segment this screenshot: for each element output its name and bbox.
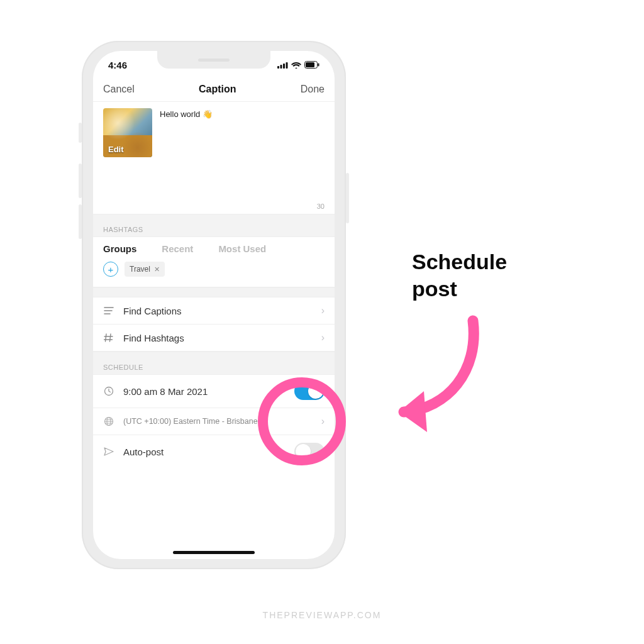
hashtag-chips-row: + Travel ✕ (93, 260, 335, 287)
annotation-arrow (360, 302, 498, 440)
volume-up (79, 164, 82, 198)
svg-line-11 (110, 334, 111, 341)
done-button[interactable]: Done (301, 84, 325, 95)
svg-rect-5 (306, 62, 314, 67)
page-title: Caption (199, 84, 236, 95)
list-icon (103, 307, 114, 314)
navbar: Cancel Caption Done (93, 79, 335, 102)
schedule-toggle[interactable] (294, 382, 325, 400)
svg-rect-1 (280, 65, 282, 69)
tab-most-used[interactable]: Most Used (218, 243, 266, 254)
find-captions-row[interactable]: Find Captions › (93, 297, 335, 325)
tab-groups[interactable]: Groups (103, 243, 136, 254)
caption-text-input[interactable]: Hello world 👋 (160, 108, 213, 196)
tab-recent[interactable]: Recent (162, 243, 193, 254)
phone-speaker (198, 58, 230, 62)
battery-icon (304, 60, 319, 70)
find-hashtags-row[interactable]: Find Hashtags › (93, 325, 335, 352)
phone-notch (157, 51, 270, 69)
hashtag-chip-label: Travel (130, 265, 150, 274)
add-hashtag-button[interactable]: + (103, 262, 118, 277)
phone-screen: 4:46 Cancel Caption Done Edit (93, 51, 335, 559)
svg-rect-3 (286, 62, 288, 69)
chevron-right-icon: › (321, 332, 325, 343)
autopost-row[interactable]: Auto-post (93, 435, 335, 468)
timezone-row[interactable]: (UTC +10:00) Eastern Time - Brisbane › (93, 408, 335, 435)
volume-down (79, 204, 82, 239)
autopost-toggle[interactable] (294, 443, 325, 460)
svg-rect-6 (318, 63, 319, 66)
status-time: 4:46 (108, 60, 127, 70)
hashtag-tabs: Groups Recent Most Used (93, 237, 335, 260)
signal-icon (277, 60, 288, 70)
cancel-button[interactable]: Cancel (103, 84, 135, 95)
remove-hashtag-icon[interactable]: ✕ (154, 265, 160, 274)
svg-line-10 (106, 334, 107, 341)
wifi-icon (291, 60, 301, 70)
hashtag-icon (103, 333, 114, 343)
hashtag-count: 30 (93, 203, 335, 214)
section-gap (93, 287, 335, 297)
hashtags-section-label: HASHTAGS (93, 214, 335, 237)
phone-frame: 4:46 Cancel Caption Done Edit (82, 41, 346, 569)
chevron-right-icon: › (321, 305, 325, 316)
clock-icon (103, 386, 114, 396)
schedule-time-label: 9:00 am 8 Mar 2021 (123, 386, 208, 397)
chevron-right-icon: › (321, 416, 325, 427)
autopost-label: Auto-post (123, 447, 164, 457)
post-thumbnail[interactable]: Edit (103, 108, 152, 157)
svg-rect-2 (283, 64, 285, 69)
globe-icon (103, 416, 114, 426)
timezone-label: (UTC +10:00) Eastern Time - Brisbane (123, 417, 258, 426)
mute-switch (79, 123, 82, 143)
home-indicator (173, 551, 255, 554)
watermark: THEPREVIEWAPP.COM (263, 610, 382, 620)
schedule-section-label: SCHEDULE (93, 352, 335, 375)
power-button (346, 173, 349, 223)
annotation-label: Schedule post (412, 248, 507, 302)
caption-editor: Edit Hello world 👋 (93, 102, 335, 203)
svg-rect-0 (277, 66, 279, 69)
schedule-time-row[interactable]: 9:00 am 8 Mar 2021 (93, 375, 335, 408)
send-icon (103, 447, 114, 456)
find-hashtags-label: Find Hashtags (123, 333, 184, 343)
edit-thumbnail-label[interactable]: Edit (108, 145, 124, 154)
hashtag-chip[interactable]: Travel ✕ (125, 262, 165, 277)
find-captions-label: Find Captions (123, 306, 182, 316)
